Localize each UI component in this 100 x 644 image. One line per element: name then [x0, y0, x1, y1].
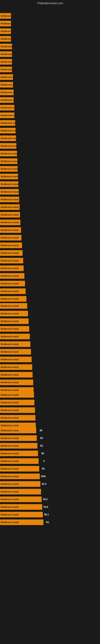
bar-label: Bottleneck result — [1, 335, 19, 338]
bar: Bottleneck result50 — [0, 450, 38, 456]
bar: Bottleneck result — [0, 59, 12, 64]
bar-value: 52. — [42, 467, 45, 470]
bar-label: Bottleneck result — [1, 282, 19, 285]
bar-row: Bottleneck result — [0, 203, 100, 211]
bar-row: Bottleneck result — [0, 325, 100, 333]
bar: Bottleneck result — [0, 415, 35, 420]
bar: Bottleneck result53.3 — [0, 481, 40, 487]
bar-row: Bottleneck result — [0, 35, 100, 43]
bar-label: Bottleneck result — [1, 328, 19, 330]
bar-row: Bottleneck result — [0, 66, 100, 73]
bar-label: Bottleneck result — [1, 320, 19, 322]
bar-row: Bottleneck result — [0, 356, 100, 363]
bar-row: Bottleneck result — [0, 119, 100, 127]
bar-label: Bottleneck result — [1, 290, 19, 292]
bar-label: Bottleneck result — [1, 460, 19, 462]
bar-row: Bottleneck result4 — [0, 457, 100, 465]
bar-label: Bottleneck result — [1, 145, 19, 147]
bar-row: Bottleneck result — [0, 165, 100, 173]
bar-label: Bottleneck result — [1, 76, 19, 78]
bar-label: Bottleneck result — [1, 229, 19, 231]
bar-row: Bottleneck result — [0, 142, 100, 150]
bar: Bottleneck result — [0, 120, 15, 126]
bar-label: Bottleneck result — [1, 99, 19, 101]
bar-label: Bottleneck result — [1, 53, 19, 55]
bar-label: Bottleneck result — [1, 394, 19, 396]
bar-label: Bottleneck result — [1, 475, 19, 478]
bar-label: Bottleneck result — [1, 521, 19, 524]
bar-row: Bottleneck result — [0, 257, 100, 264]
bar-row: Bottleneck result — [0, 127, 100, 134]
bar: Bottleneck result — [0, 74, 13, 80]
bar-row: Bottleneck result — [0, 158, 100, 165]
bar: Bottleneck result — [0, 51, 12, 57]
bar: Bottleneck result4 — [0, 458, 39, 464]
bar-value: 4 — [43, 460, 45, 462]
bar: Bottleneck result — [0, 189, 19, 194]
bar: Bottleneck result50 — [0, 435, 37, 441]
bar-row: Bottleneck result — [0, 50, 100, 58]
bar: Bottleneck result — [0, 82, 13, 88]
bar-label: Bottleneck result — [1, 244, 19, 246]
bar: Bottleneck result — [0, 326, 29, 332]
bar-row: Bottleneck result — [0, 333, 100, 340]
bar-label: Bottleneck result — [1, 350, 19, 353]
bar-row: Bottleneck result — [0, 391, 100, 399]
bar: Bottleneck result — [0, 36, 11, 42]
bar-row: Bottleneck result52. — [0, 465, 100, 472]
bar-label: Bottleneck result — [1, 198, 19, 201]
bar-label: Bottleneck result — [1, 401, 19, 404]
bar: Bottleneck result52. — [0, 443, 37, 448]
bar-row: Bottleneck result — [0, 173, 100, 180]
bar-label: Bottleneck result — [1, 343, 19, 345]
bar: Bottleneck result — [0, 372, 33, 378]
bar: Bottleneck result — [0, 334, 30, 339]
bar: Bottleneck result54.2 — [0, 496, 42, 502]
bar: Bottleneck result — [0, 489, 41, 494]
bar: Bottleneck result — [0, 266, 24, 271]
bar-row: Bottleneck result54.2 — [0, 496, 100, 503]
site-title: TheBottlenecker.com — [0, 2, 100, 5]
bar: Bottleneck result — [0, 273, 24, 279]
bar: Bottleneck result — [0, 166, 18, 172]
bar-label: Bottleneck result — [1, 275, 19, 277]
bar-row: Bottleneck result — [0, 180, 100, 188]
bar-label: Bottleneck result — [1, 38, 19, 40]
bar-row: Bottleneck result — [0, 371, 100, 378]
bar: Bottleneck result — [0, 174, 18, 179]
bar-value: 53.3 — [42, 482, 47, 486]
bar-label: Bottleneck result — [1, 190, 19, 193]
bar-row: Bottleneck result — [0, 340, 100, 348]
bar-row: Bottleneck result50 — [0, 434, 100, 442]
bar-row: Bottleneck result — [0, 20, 100, 27]
bar: Bottleneck result — [0, 227, 21, 233]
bar: Bottleneck result55.1 — [0, 512, 43, 518]
bar-row: Bottleneck result — [0, 363, 100, 371]
bar: Bottleneck result — [0, 28, 11, 34]
bar: Bottleneck result52. — [0, 466, 39, 472]
bar-label: Bottleneck result — [1, 437, 19, 439]
bar-label: Bottleneck result — [1, 45, 19, 48]
bar-row: Bottleneck result — [0, 488, 100, 496]
bar-label: Bottleneck result — [1, 175, 19, 178]
bar-label: Bottleneck result — [1, 452, 19, 454]
bar-row: Bottleneck result — [0, 96, 100, 104]
bar-row: Bottleneck result — [0, 12, 100, 20]
bar: Bottleneck result — [0, 143, 16, 149]
bar-row: Bottleneck result54.6 — [0, 503, 100, 511]
bar-row: Bottleneck result — [0, 302, 100, 310]
bar-label: Bottleneck result — [1, 168, 19, 170]
bar: Bottleneck result — [0, 158, 17, 164]
bar: Bottleneck result — [0, 349, 31, 354]
bar-row: Bottleneck result — [0, 414, 100, 422]
bar-value: 52. — [40, 444, 43, 447]
chart-area: Bottleneck resultBottleneck resultBottle… — [0, 6, 100, 644]
bar-label: Bottleneck result — [1, 298, 19, 300]
bar-label: Bottleneck result — [1, 252, 19, 254]
bar: Bottleneck result — [0, 128, 16, 134]
bar-label: Bottleneck result — [1, 358, 19, 361]
bar: Bottleneck result — [0, 13, 11, 19]
bar-label: Bottleneck result — [1, 68, 19, 71]
bar-row: Bottleneck result50 — [0, 450, 100, 457]
bar-value: 53. — [46, 521, 50, 524]
